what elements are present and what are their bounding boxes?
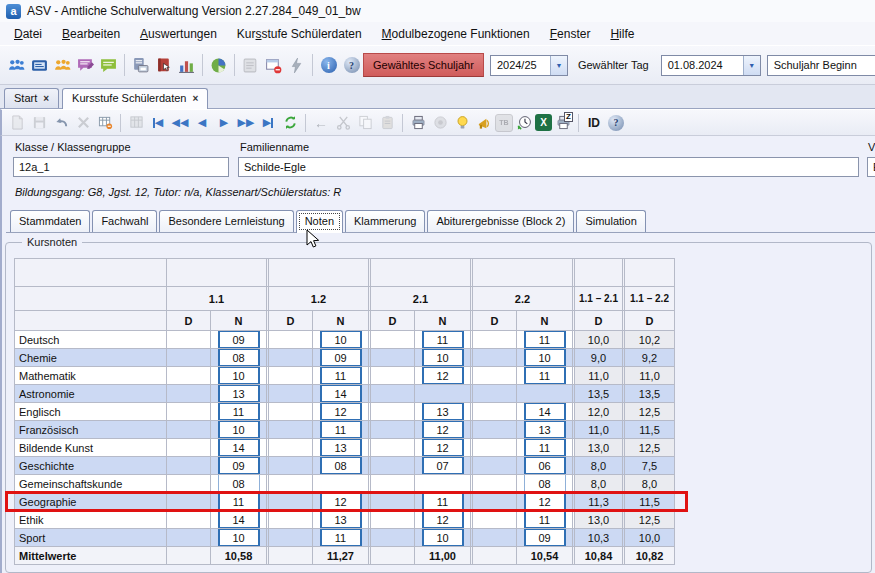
- grade-input[interactable]: 10: [218, 421, 260, 439]
- grade-input[interactable]: 10: [524, 349, 566, 367]
- klasse-input[interactable]: [13, 157, 229, 177]
- grade-input[interactable]: 08: [524, 475, 566, 493]
- info-icon[interactable]: i: [317, 53, 340, 77]
- nav-prev-button[interactable]: ◀: [191, 112, 213, 134]
- menu-item-auswertungen[interactable]: Auswertungen: [130, 24, 227, 44]
- tab-fachwahl[interactable]: Fachwahl: [92, 210, 157, 232]
- menu-item-datei[interactable]: Datei: [4, 24, 52, 44]
- delete-icon[interactable]: [72, 112, 94, 134]
- tab-kursstufe-schuelerdaten[interactable]: Kursstufe Schülerdaten ×: [62, 88, 208, 109]
- nav-last-button[interactable]: ▶: [257, 112, 279, 134]
- pie-chart-icon[interactable]: [207, 53, 230, 77]
- grade-input[interactable]: 11: [320, 529, 362, 547]
- grade-input[interactable]: 13: [320, 511, 362, 529]
- grade-input[interactable]: 09: [218, 331, 260, 349]
- grade-input[interactable]: 08: [320, 457, 362, 475]
- grade-input[interactable]: 09: [524, 529, 566, 547]
- dataset-icon[interactable]: [125, 112, 147, 134]
- class-board-icon[interactable]: [28, 53, 51, 77]
- grade-input[interactable]: 11: [320, 367, 362, 385]
- back-icon[interactable]: ←: [310, 112, 332, 134]
- refresh-icon[interactable]: [279, 112, 301, 134]
- paste-icon[interactable]: [376, 112, 398, 134]
- grade-input[interactable]: 10: [422, 529, 464, 547]
- copy-icon[interactable]: [354, 112, 376, 134]
- grade-input[interactable]: 12: [422, 367, 464, 385]
- grade-input[interactable]: 09: [320, 349, 362, 367]
- users-icon[interactable]: [5, 53, 28, 77]
- grade-input[interactable]: 12: [422, 439, 464, 457]
- module-window-icon[interactable]: [262, 53, 285, 77]
- grade-input[interactable]: 14: [320, 385, 362, 403]
- record-icon[interactable]: [429, 112, 451, 134]
- students-icon[interactable]: [51, 53, 74, 77]
- schedule-icon[interactable]: [513, 112, 535, 134]
- tab-start[interactable]: Start ×: [4, 88, 59, 108]
- grade-input[interactable]: 13: [218, 385, 260, 403]
- menu-item-modulbezogene-funktionen[interactable]: Modulbezogene Funktionen: [372, 24, 540, 44]
- tb-icon[interactable]: TB: [495, 114, 513, 132]
- familienname-input[interactable]: [238, 157, 859, 177]
- actions-icon[interactable]: [285, 53, 308, 77]
- close-icon[interactable]: ×: [43, 93, 49, 104]
- grade-input[interactable]: 10: [218, 367, 260, 385]
- grade-input[interactable]: 11: [422, 493, 464, 511]
- grade-input[interactable]: 12: [524, 493, 566, 511]
- tag-date-select[interactable]: 01.08.2024 ▼: [661, 55, 761, 76]
- hint-icon[interactable]: [451, 112, 473, 134]
- grade-input[interactable]: 11: [320, 421, 362, 439]
- grade-input[interactable]: 08: [218, 475, 260, 493]
- report-print-icon[interactable]: [129, 53, 152, 77]
- grade-input[interactable]: 11: [218, 493, 260, 511]
- new-icon[interactable]: [6, 112, 28, 134]
- grade-input[interactable]: 11: [524, 367, 566, 385]
- table-edit-icon[interactable]: [94, 112, 116, 134]
- zeitpunkt-select[interactable]: Schuljahr Beginn ▼: [767, 55, 875, 76]
- close-icon[interactable]: ×: [192, 93, 198, 104]
- menu-item-kursstufe-schuelerdaten[interactable]: Kursstufe Schülerdaten: [227, 24, 372, 44]
- nav-fast-prev-button[interactable]: ◀◀: [169, 112, 191, 134]
- menu-item-hilfe[interactable]: Hilfe: [600, 24, 644, 44]
- grade-input[interactable]: 08: [218, 349, 260, 367]
- grade-input[interactable]: 07: [422, 457, 464, 475]
- tab-simulation[interactable]: Simulation: [576, 210, 645, 232]
- grade-input[interactable]: 14: [524, 403, 566, 421]
- tab-besondere-lernleistung[interactable]: Besondere Lernleistung: [159, 210, 293, 232]
- grade-input[interactable]: 11: [218, 403, 260, 421]
- grade-input[interactable]: 12: [320, 493, 362, 511]
- tab-stammdaten[interactable]: Stammdaten: [10, 210, 90, 232]
- grade-input[interactable]: 10: [218, 529, 260, 547]
- save-icon[interactable]: [28, 112, 50, 134]
- tab-klammerung[interactable]: Klammerung: [345, 210, 425, 232]
- gewaehltes-schuljahr-button[interactable]: Gewähltes Schuljahr: [363, 53, 484, 77]
- help-icon[interactable]: ?: [340, 53, 363, 77]
- nav-fast-next-button[interactable]: ▶▶: [235, 112, 257, 134]
- nav-next-button[interactable]: ▶: [213, 112, 235, 134]
- print-icon[interactable]: [407, 112, 429, 134]
- vorname-input[interactable]: [867, 157, 875, 177]
- undo-icon[interactable]: [50, 112, 72, 134]
- notify-icon[interactable]: [473, 112, 495, 134]
- statistics-icon[interactable]: [175, 53, 198, 77]
- print-z-icon[interactable]: Z: [552, 112, 574, 134]
- tab-abiturergebnisse-block-2[interactable]: Abiturergebnisse (Block 2): [427, 210, 574, 232]
- grade-input[interactable]: 14: [218, 439, 260, 457]
- grade-input[interactable]: 12: [320, 403, 362, 421]
- help-icon[interactable]: ?: [605, 112, 627, 134]
- grade-input[interactable]: 10: [320, 331, 362, 349]
- grade-input[interactable]: 11: [524, 331, 566, 349]
- grade-input[interactable]: 12: [422, 421, 464, 439]
- grade-input[interactable]: 13: [524, 421, 566, 439]
- message-edit-icon[interactable]: [74, 53, 97, 77]
- message-icon[interactable]: [97, 53, 120, 77]
- grade-input[interactable]: 12: [422, 511, 464, 529]
- excel-icon[interactable]: X: [535, 114, 552, 131]
- grade-input[interactable]: 11: [422, 331, 464, 349]
- grade-input[interactable]: 14: [218, 511, 260, 529]
- id-button[interactable]: ID: [583, 114, 605, 132]
- grade-input[interactable]: 06: [524, 457, 566, 475]
- notes-icon[interactable]: [239, 53, 262, 77]
- grade-input[interactable]: 11: [524, 439, 566, 457]
- cut-icon[interactable]: [332, 112, 354, 134]
- schuljahr-select[interactable]: 2024/25 ▼: [490, 55, 568, 76]
